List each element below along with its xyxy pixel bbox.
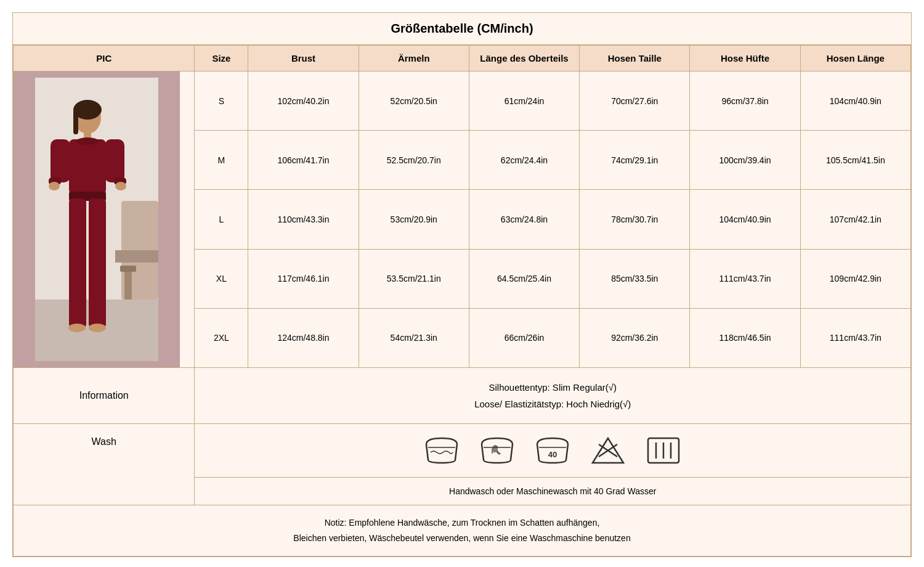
information-row: Information Silhouettentyp: Slim Regular… xyxy=(14,368,911,424)
armeln-xl: 53.5cm/21.1in xyxy=(359,249,469,308)
svg-rect-6 xyxy=(120,266,136,272)
wash-row: Wash xyxy=(14,424,911,505)
information-content: Silhouettentyp: Slim Regular(√) Loose/ E… xyxy=(195,368,911,424)
svg-point-23 xyxy=(115,182,126,190)
hand-wash-icon xyxy=(423,435,460,466)
armeln-m: 52.5cm/20.7in xyxy=(359,131,469,190)
hosen-taille-xl: 85cm/33.5in xyxy=(580,249,690,308)
laenge-2xl: 66cm/26in xyxy=(469,308,579,367)
wash-cell: 40 xyxy=(195,424,911,505)
hosen-laenge-xl: 109cm/42.9in xyxy=(800,249,910,308)
header-hosen-laenge: Hosen Länge xyxy=(800,46,910,71)
table-row: S 102cm/40.2in 52cm/20.5in 61cm/24in 70c… xyxy=(14,71,911,131)
size-2xl: 2XL xyxy=(195,308,248,367)
armeln-s: 52cm/20.5in xyxy=(359,71,469,131)
svg-rect-11 xyxy=(69,139,106,195)
hosen-laenge-2xl: 111cm/43.7in xyxy=(800,308,910,367)
hosen-taille-s: 70cm/27.6in xyxy=(580,71,690,131)
info-line1: Silhouettentyp: Slim Regular(√) xyxy=(488,382,617,393)
size-s: S xyxy=(195,71,248,131)
header-size: Size xyxy=(195,46,248,71)
information-label: Information xyxy=(14,368,195,424)
outfit-image xyxy=(14,71,180,367)
svg-rect-15 xyxy=(105,139,124,182)
svg-text:40: 40 xyxy=(548,450,557,459)
no-bleach-icon xyxy=(590,435,626,466)
svg-point-21 xyxy=(89,324,106,332)
header-armeln: Ärmeln xyxy=(359,46,469,71)
header-hosen-taille: Hosen Taille xyxy=(580,46,690,71)
table-title: Größentabelle (CM/inch) xyxy=(13,13,911,45)
header-brust: Brust xyxy=(248,46,359,71)
svg-point-22 xyxy=(49,182,60,190)
header-laenge: Länge des Oberteils xyxy=(469,46,579,71)
armeln-2xl: 54cm/21.3in xyxy=(359,308,469,367)
hosen-taille-2xl: 92cm/36.2in xyxy=(580,308,690,367)
laenge-xl: 64.5cm/25.4in xyxy=(469,249,579,308)
wash-icons-container: 40 xyxy=(195,424,910,478)
hosen-taille-l: 78cm/30.7in xyxy=(580,190,690,249)
hosen-laenge-l: 107cm/42.1in xyxy=(800,190,910,249)
brust-2xl: 124cm/48.8in xyxy=(248,308,359,367)
header-hose-hufte: Hose Hüfte xyxy=(690,46,800,71)
hose-hufte-xl: 111cm/43.7in xyxy=(690,249,800,308)
size-l: L xyxy=(195,190,248,249)
40-degree-wash-icon: 40 xyxy=(534,435,571,466)
wash-description: Handwasch oder Maschinewasch mit 40 Grad… xyxy=(195,478,910,505)
note-text: Notiz: Empfohlene Handwäsche, zum Trockn… xyxy=(14,505,911,557)
person-svg xyxy=(35,78,158,361)
svg-rect-9 xyxy=(73,110,78,134)
brust-m: 106cm/41.7in xyxy=(248,131,359,190)
wash-label: Wash xyxy=(14,424,195,505)
brust-xl: 117cm/46.1in xyxy=(248,249,359,308)
svg-point-20 xyxy=(68,324,86,332)
hose-hufte-l: 104cm/40.9in xyxy=(690,190,800,249)
header-pic: PIC xyxy=(14,46,195,71)
size-m: M xyxy=(195,131,248,190)
brust-s: 102cm/40.2in xyxy=(248,71,359,131)
svg-rect-4 xyxy=(115,250,158,263)
gentle-wash-icon xyxy=(479,435,516,466)
hose-hufte-s: 96cm/37.8in xyxy=(690,71,800,131)
laenge-m: 62cm/24.4in xyxy=(469,131,579,190)
hosen-laenge-s: 104cm/40.9in xyxy=(800,71,910,131)
pic-cell xyxy=(14,71,195,368)
hosen-laenge-m: 105.5cm/41.5in xyxy=(800,131,910,190)
armeln-l: 53cm/20.9in xyxy=(359,190,469,249)
svg-rect-19 xyxy=(89,198,106,328)
info-line2: Loose/ Elastizitätstyp: Hoch Niedrig(√) xyxy=(474,399,631,409)
brust-l: 110cm/43.3in xyxy=(248,190,359,249)
hosen-taille-m: 74cm/29.1in xyxy=(580,131,690,190)
laenge-s: 61cm/24in xyxy=(469,71,579,131)
size-table: PIC Size Brust Ärmeln Länge des Oberteil… xyxy=(13,45,911,557)
svg-point-12 xyxy=(76,137,99,145)
svg-rect-5 xyxy=(124,269,132,300)
svg-rect-13 xyxy=(51,139,70,182)
hose-hufte-2xl: 118cm/46.5in xyxy=(690,308,800,367)
size-table-wrapper: Größentabelle (CM/inch) PIC Size Brust Ä… xyxy=(12,12,912,557)
laenge-l: 63cm/24.8in xyxy=(469,190,579,249)
note-row: Notiz: Empfohlene Handwäsche, zum Trockn… xyxy=(14,505,911,557)
svg-rect-18 xyxy=(69,198,86,328)
size-xl: XL xyxy=(195,249,248,308)
hose-hufte-m: 100cm/39.4in xyxy=(690,131,800,190)
tumble-dry-icon xyxy=(645,435,682,466)
